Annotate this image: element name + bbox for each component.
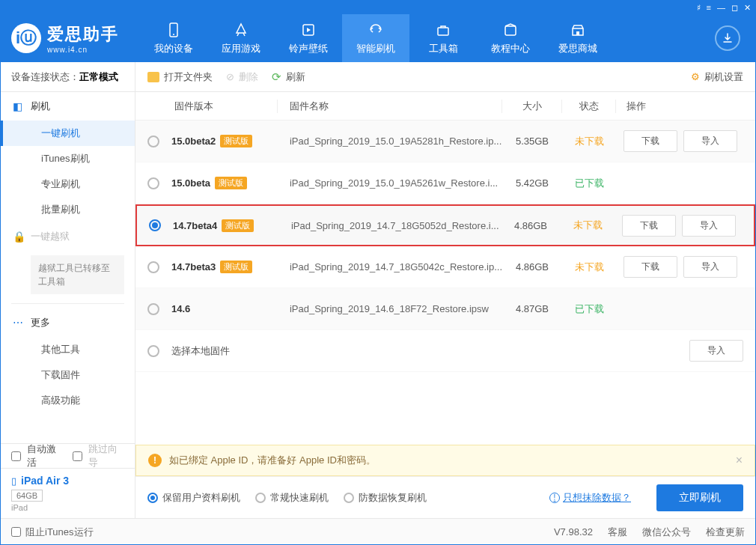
version-cell: 14.6 xyxy=(171,303,278,314)
block-itunes-label: 阻止iTunes运行 xyxy=(25,526,94,539)
nav-icon xyxy=(367,21,385,39)
size-cell: 4.86GB xyxy=(501,220,561,231)
nav-icon xyxy=(232,21,250,39)
nav-6[interactable]: 爱思商城 xyxy=(544,14,612,62)
erase-link[interactable]: ! 只想抹除数据？ xyxy=(549,491,631,505)
nav: 我的设备应用游戏铃声壁纸智能刷机工具箱教程中心爱思商城 xyxy=(140,14,612,62)
flash-option[interactable]: 防数据恢复刷机 xyxy=(344,491,427,505)
settings-button[interactable]: ⚙ 刷机设置 xyxy=(691,70,743,84)
device-storage: 64GB xyxy=(11,490,43,502)
import-button[interactable]: 导入 xyxy=(683,256,737,278)
toolbar: 打开文件夹 ⊘ 删除 ⟳ 刷新 ⚙ 刷机设置 xyxy=(135,62,755,92)
nav-icon xyxy=(434,21,452,39)
sidebar-more[interactable]: ⋯ 更多 xyxy=(1,308,135,337)
download-button[interactable]: 下载 xyxy=(624,256,677,278)
import-button[interactable]: 导入 xyxy=(683,130,737,152)
skip-checkbox[interactable] xyxy=(73,451,82,461)
refresh-icon: ⟳ xyxy=(272,70,281,84)
status-label: 设备连接状态： xyxy=(11,70,79,84)
download-circle-icon[interactable] xyxy=(715,25,740,51)
logo-icon: iⓤ xyxy=(11,23,41,53)
delete-icon: ⊘ xyxy=(226,71,234,82)
col-size: 大小 xyxy=(502,100,562,113)
gear-icon: ⚙ xyxy=(691,71,700,82)
row-radio[interactable] xyxy=(149,219,161,231)
row-radio[interactable] xyxy=(147,177,159,189)
titlebar-btn[interactable]: ♯ xyxy=(697,3,701,13)
name-cell: iPad_Spring_2019_14.7_18G5042c_Restore.i… xyxy=(278,261,502,272)
more-icon: ⋯ xyxy=(13,317,23,329)
flash-now-button[interactable]: 立即刷机 xyxy=(656,484,743,511)
wechat-link[interactable]: 微信公众号 xyxy=(642,526,691,539)
import-button[interactable]: 导入 xyxy=(689,340,743,362)
block-itunes-checkbox[interactable] xyxy=(11,527,21,537)
titlebar: ♯ ≡ — ◻ ✕ xyxy=(1,1,755,14)
update-link[interactable]: 检查更新 xyxy=(706,526,745,539)
device-type: iPad xyxy=(11,503,124,512)
row-radio[interactable] xyxy=(147,261,159,273)
sidebar: 设备连接状态： 正常模式 ◧ 刷机 一键刷机iTunes刷机专业刷机批量刷机 🔒… xyxy=(1,62,135,518)
sidebar-sub[interactable]: 批量刷机 xyxy=(1,197,135,222)
notice-text: 如已绑定 Apple ID，请准备好 Apple ID和密码。 xyxy=(169,454,376,467)
import-button[interactable]: 导入 xyxy=(682,215,736,237)
close-icon[interactable]: × xyxy=(736,454,743,467)
device-name: iPad Air 3 xyxy=(21,475,69,487)
jb-note: 越狱工具已转移至工具箱 xyxy=(31,255,124,294)
status-cell: 已下载 xyxy=(562,177,616,190)
sidebar-sub[interactable]: 高级功能 xyxy=(1,388,135,413)
auto-activate-checkbox[interactable] xyxy=(11,451,21,461)
col-status: 状态 xyxy=(562,100,616,113)
nav-4[interactable]: 工具箱 xyxy=(409,14,477,62)
svg-point-1 xyxy=(173,34,174,35)
titlebar-min[interactable]: — xyxy=(717,3,725,12)
row-radio[interactable] xyxy=(147,345,159,357)
refresh-button[interactable]: ⟳ 刷新 xyxy=(272,70,305,84)
nav-5[interactable]: 教程中心 xyxy=(477,14,544,62)
ops-cell: 导入 xyxy=(616,340,743,362)
delete-button[interactable]: ⊘ 删除 xyxy=(226,70,258,84)
header: iⓤ 爱思助手 www.i4.cn 我的设备应用游戏铃声壁纸智能刷机工具箱教程中… xyxy=(1,14,755,62)
table-row: 14.6iPad_Spring_2019_14.6_18F72_Restore.… xyxy=(135,288,755,330)
nav-3[interactable]: 智能刷机 xyxy=(342,14,409,62)
svg-rect-4 xyxy=(505,26,516,35)
sidebar-sub[interactable]: 一键刷机 xyxy=(1,121,135,146)
svg-rect-5 xyxy=(576,31,579,35)
name-cell: iPad_Spring_2019_14.7_18G5052d_Restore.i… xyxy=(279,220,501,231)
col-name: 固件名称 xyxy=(278,100,502,113)
version-cell: 15.0beta2测试版 xyxy=(171,135,278,147)
table-row: 15.0beta2测试版iPad_Spring_2019_15.0_19A528… xyxy=(135,121,755,162)
version-cell: 14.7beta3测试版 xyxy=(171,261,278,273)
nav-2[interactable]: 铃声壁纸 xyxy=(275,14,342,62)
sidebar-sub[interactable]: 专业刷机 xyxy=(1,171,135,197)
nav-1[interactable]: 应用游戏 xyxy=(207,14,275,62)
status-value: 正常模式 xyxy=(79,70,118,84)
open-folder-button[interactable]: 打开文件夹 xyxy=(147,70,213,84)
titlebar-close[interactable]: ✕ xyxy=(744,3,751,13)
sidebar-flash[interactable]: ◧ 刷机 xyxy=(1,92,135,121)
main: 打开文件夹 ⊘ 删除 ⟳ 刷新 ⚙ 刷机设置 固件版本 固件名称 大小 状态 操… xyxy=(135,62,755,518)
col-ops: 操作 xyxy=(616,100,743,113)
nav-0[interactable]: 我的设备 xyxy=(140,14,207,62)
titlebar-max[interactable]: ◻ xyxy=(731,3,738,13)
support-link[interactable]: 客服 xyxy=(608,526,627,539)
table-row: 14.7beta3测试版iPad_Spring_2019_14.7_18G504… xyxy=(135,246,755,288)
sidebar-jailbreak: 🔒 一键越狱 xyxy=(1,222,135,251)
download-button[interactable]: 下载 xyxy=(624,130,677,152)
table-row: 14.7beta4测试版iPad_Spring_2019_14.7_18G505… xyxy=(135,204,755,246)
sidebar-sub[interactable]: 下载固件 xyxy=(1,362,135,388)
info-icon: ! xyxy=(549,493,560,503)
version-cell: 选择本地固件 xyxy=(171,344,278,358)
titlebar-menu[interactable]: ≡ xyxy=(707,3,711,12)
flash-option[interactable]: 保留用户资料刷机 xyxy=(147,491,240,505)
flash-option[interactable]: 常规快速刷机 xyxy=(255,491,329,505)
row-radio[interactable] xyxy=(147,303,159,315)
row-radio[interactable] xyxy=(147,136,159,147)
phone-icon: ▯ xyxy=(11,475,16,487)
version-cell: 15.0beta测试版 xyxy=(171,177,278,189)
sidebar-sub[interactable]: 其他工具 xyxy=(1,337,135,362)
status-cell: 已下载 xyxy=(562,302,616,316)
sidebar-sub[interactable]: iTunes刷机 xyxy=(1,146,135,171)
download-button[interactable]: 下载 xyxy=(622,215,676,237)
status-cell: 未下载 xyxy=(561,219,615,232)
table-header: 固件版本 固件名称 大小 状态 操作 xyxy=(135,92,755,121)
